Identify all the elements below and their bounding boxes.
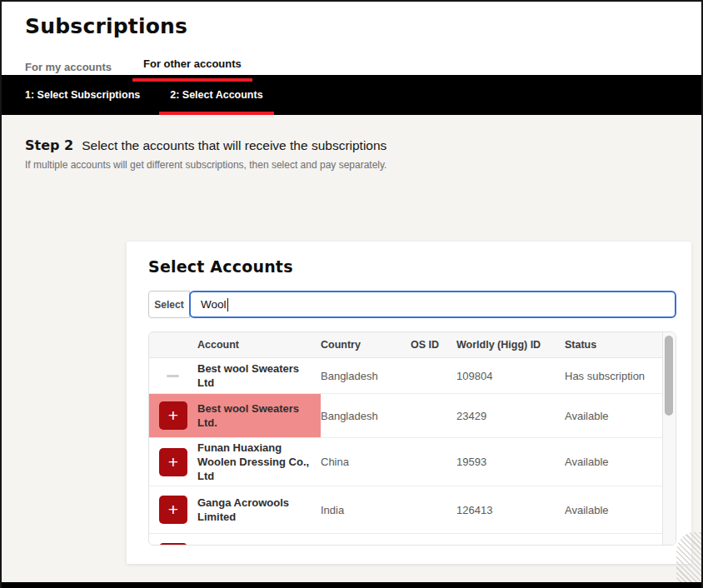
- account-name: Best wool Sweaters Ltd.: [197, 394, 321, 438]
- account-name: Ganga Acrowools Limited: [197, 486, 321, 534]
- text-cursor: [227, 298, 229, 311]
- table-header-row: Account Country OS ID Worldly (Higg) ID …: [149, 332, 662, 358]
- table-row: + Ganga Acrowools Limited India 126413 A…: [149, 486, 662, 534]
- account-os-id: [411, 486, 456, 534]
- step-1-select-subscriptions[interactable]: 1: Select Subscriptions: [25, 75, 140, 115]
- table-scrollbar[interactable]: [662, 332, 676, 545]
- account-country: [321, 534, 411, 546]
- account-status: Available: [565, 394, 662, 438]
- account-search-bar: Select Wool: [148, 291, 676, 318]
- account-os-id: [411, 394, 456, 438]
- add-account-button[interactable]: +: [159, 448, 187, 476]
- accounts-table: Account Country OS ID Worldly (Higg) ID …: [149, 332, 662, 545]
- account-worldly-id: 126413: [456, 486, 565, 534]
- account-os-id: [411, 358, 456, 394]
- step-heading: Step 2Select the accounts that will rece…: [25, 137, 678, 155]
- search-input[interactable]: Wool: [189, 291, 676, 318]
- column-header-status: Status: [565, 332, 662, 358]
- select-filter-label[interactable]: Select: [148, 291, 190, 318]
- accounts-table-container: Account Country OS ID Worldly (Higg) ID …: [148, 331, 676, 546]
- table-row: +: [149, 534, 662, 546]
- account-os-id: [411, 438, 456, 486]
- plus-icon: +: [168, 449, 178, 476]
- search-input-value: Wool: [201, 298, 227, 311]
- scrollbar-thumb[interactable]: [665, 336, 673, 416]
- decorative-stripes: [676, 532, 701, 582]
- step-title: Select the accounts that will receive th…: [82, 138, 386, 152]
- row-action-cell: +: [149, 438, 197, 486]
- select-accounts-panel: Select Accounts Select Wool Account: [127, 242, 691, 564]
- account-os-id: [411, 534, 456, 546]
- step-2-select-accounts[interactable]: 2: Select Accounts: [159, 75, 273, 115]
- row-action-cell: +: [149, 486, 197, 534]
- accounts-table-body: Best wool Sweaters Ltd Bangladesh 109804…: [149, 358, 662, 546]
- account-worldly-id: 23429: [456, 394, 565, 438]
- step-label: Step 2: [25, 137, 73, 153]
- account-country: Bangladesh: [321, 394, 411, 438]
- account-name: Funan Huaxiang Woolen Dressing Co., Ltd: [197, 438, 321, 486]
- row-action-cell: [149, 358, 197, 394]
- account-status: Has subscription: [565, 358, 662, 394]
- accounts-table-scroll-area: Account Country OS ID Worldly (Higg) ID …: [149, 332, 662, 545]
- column-header-account: Account: [197, 332, 321, 358]
- account-status: Available: [565, 438, 662, 486]
- minus-icon: [167, 375, 179, 377]
- account-country: India: [321, 486, 411, 534]
- table-row: + Best wool Sweaters Ltd. Bangladesh 234…: [149, 394, 662, 438]
- footer-bar: [2, 582, 701, 588]
- plus-icon: +: [168, 544, 178, 546]
- account-name: Best wool Sweaters Ltd: [197, 358, 321, 394]
- main-content: Step 2Select the accounts that will rece…: [2, 115, 701, 564]
- column-header-action: [149, 332, 197, 358]
- account-worldly-id: 19593: [456, 438, 565, 486]
- table-row: + Funan Huaxiang Woolen Dressing Co., Lt…: [149, 438, 662, 486]
- add-account-button[interactable]: +: [159, 496, 187, 524]
- column-header-worldly-id: Worldly (Higg) ID: [456, 332, 565, 358]
- row-action-cell: +: [149, 394, 197, 438]
- add-account-button[interactable]: +: [159, 401, 187, 430]
- account-country: China: [321, 438, 411, 486]
- account-name: [197, 534, 321, 546]
- row-action-cell: +: [149, 534, 197, 546]
- column-header-country: Country: [321, 332, 411, 358]
- account-worldly-id: 109804: [456, 358, 565, 394]
- account-status: Available: [565, 486, 662, 534]
- plus-icon: +: [168, 402, 178, 429]
- panel-title: Select Accounts: [148, 257, 676, 277]
- account-country: Bangladesh: [321, 358, 411, 394]
- add-account-button[interactable]: +: [159, 543, 187, 546]
- page-title: Subscriptions: [25, 13, 678, 40]
- step-description: If multiple accounts will get different …: [25, 159, 678, 172]
- account-worldly-id: [456, 534, 565, 546]
- column-header-os-id: OS ID: [411, 332, 456, 358]
- account-status: [565, 534, 662, 546]
- page-header: Subscriptions For my accounts For other …: [2, 2, 701, 75]
- plus-icon: +: [168, 496, 178, 523]
- app-window: Subscriptions For my accounts For other …: [0, 0, 703, 588]
- table-row: Best wool Sweaters Ltd Bangladesh 109804…: [149, 358, 662, 394]
- wizard-stepper: 1: Select Subscriptions 2: Select Accoun…: [2, 75, 701, 115]
